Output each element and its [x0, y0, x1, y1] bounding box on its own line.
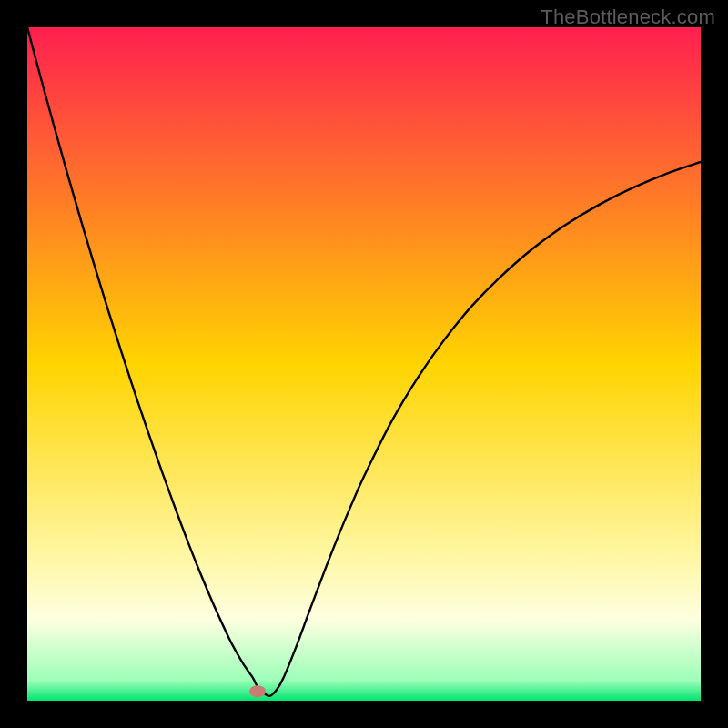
plot-area	[27, 27, 701, 701]
chart-frame: TheBottleneck.com	[0, 0, 728, 728]
optimal-point-marker	[249, 685, 266, 697]
plot-svg	[27, 27, 701, 701]
gradient-background	[27, 27, 701, 701]
watermark-text: TheBottleneck.com	[541, 5, 715, 29]
